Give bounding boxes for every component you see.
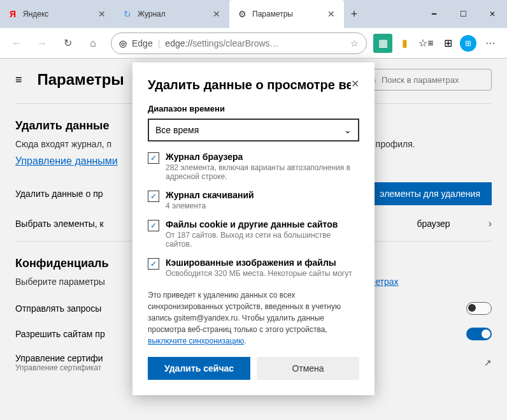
- check-sublabel: Освободится 320 МБ места. Некоторые сайт…: [166, 269, 352, 278]
- check-sublabel: 4 элемента: [166, 201, 254, 210]
- clear-now-button[interactable]: Удалить сейчас: [148, 357, 250, 380]
- check-label: Кэшированные изображения и файлы: [166, 257, 352, 268]
- close-icon[interactable]: ✕: [326, 9, 336, 19]
- close-window-button[interactable]: ✕: [478, 0, 507, 28]
- tab-label: Яндекс: [23, 10, 92, 18]
- new-tab-button[interactable]: +: [344, 0, 364, 28]
- checkbox[interactable]: ✓: [148, 258, 159, 270]
- checkbox[interactable]: ✓: [148, 191, 159, 202]
- close-icon[interactable]: ✕: [351, 78, 359, 90]
- forward-button[interactable]: →: [31, 32, 54, 55]
- select-value: Все время: [155, 125, 199, 135]
- time-range-select[interactable]: Все время ⌄: [148, 119, 359, 141]
- checkbox[interactable]: ✓: [148, 220, 159, 231]
- favorites-icon[interactable]: ☆≡: [417, 34, 436, 53]
- profile-icon[interactable]: ⊞: [460, 35, 476, 52]
- check-cookies: ✓ Файлы cookie и другие данные сайтов От…: [148, 219, 355, 249]
- titlebar: Я Яндекс ✕ ↻ Журнал ✕ ⚙ Параметры ✕ + ━ …: [0, 0, 507, 28]
- sync-warning-text: Это приведет к удалению данных со всех с…: [148, 289, 359, 347]
- favorite-icon[interactable]: ☆: [350, 38, 359, 48]
- chevron-down-icon: ⌄: [344, 125, 352, 135]
- url-text: edge://settings/clearBrows…: [165, 38, 345, 48]
- time-range-label: Диапазон времени: [148, 104, 359, 113]
- check-browsing-history: ✓ Журнал браузера 282 элемента, включая …: [148, 152, 355, 181]
- tabs-container: Я Яндекс ✕ ↻ Журнал ✕ ⚙ Параметры ✕ +: [0, 0, 419, 28]
- clear-data-dialog: Удалить данные о просмотре веб-стран ✕ Д…: [132, 62, 375, 395]
- check-sublabel: От 187 сайтов. Выход из сети на большинс…: [166, 231, 355, 249]
- maximize-button[interactable]: ☐: [448, 0, 478, 28]
- tab-label: Параметры: [252, 10, 321, 18]
- cancel-button[interactable]: Отмена: [257, 357, 359, 380]
- tab-journal[interactable]: ↻ Журнал ✕: [115, 0, 229, 28]
- dialog-buttons: Удалить сейчас Отмена: [148, 357, 359, 380]
- close-icon[interactable]: ✕: [97, 9, 107, 19]
- close-icon[interactable]: ✕: [211, 9, 222, 19]
- check-label: Журнал скачиваний: [166, 190, 254, 200]
- dialog-title: Удалить данные о просмотре веб-стран: [148, 78, 351, 92]
- window-controls: ━ ☐ ✕: [419, 0, 507, 28]
- check-label: Журнал браузера: [166, 152, 355, 162]
- yandex-icon: Я: [8, 9, 18, 19]
- check-label: Файлы cookie и другие данные сайтов: [166, 219, 355, 229]
- check-cache: ✓ Кэшированные изображения и файлы Освоб…: [148, 257, 355, 278]
- history-icon: ↻: [122, 9, 132, 19]
- checkbox[interactable]: ✓: [148, 152, 159, 164]
- disable-sync-link[interactable]: выключите синхронизацию: [148, 337, 244, 345]
- browser-toolbar: ← → ↻ ⌂ ◎ Edge | edge://settings/clearBr…: [0, 28, 507, 59]
- address-bar[interactable]: ◎ Edge | edge://settings/clearBrows… ☆: [111, 33, 367, 54]
- home-button[interactable]: ⌂: [82, 32, 104, 55]
- tab-settings[interactable]: ⚙ Параметры ✕: [229, 0, 344, 28]
- extension-icon-2[interactable]: ▮: [395, 34, 414, 53]
- checkbox-list: ✓ Журнал браузера 282 элемента, включая …: [148, 152, 359, 279]
- tab-label: Журнал: [138, 10, 206, 18]
- refresh-button[interactable]: ↻: [56, 32, 79, 55]
- check-download-history: ✓ Журнал скачиваний 4 элемента: [148, 190, 355, 210]
- edge-label: Edge: [132, 38, 153, 48]
- edge-icon: ◎: [119, 38, 127, 48]
- gear-icon: ⚙: [237, 9, 247, 19]
- minimize-button[interactable]: ━: [419, 0, 448, 28]
- extension-icon-1[interactable]: ▦: [373, 34, 392, 53]
- menu-icon[interactable]: ⋯: [479, 32, 502, 55]
- back-button[interactable]: ←: [5, 32, 28, 55]
- collections-icon[interactable]: ⊞: [438, 34, 457, 53]
- tab-yandex[interactable]: Я Яндекс ✕: [0, 0, 115, 28]
- check-sublabel: 282 элемента, включая варианты автозапол…: [166, 163, 355, 181]
